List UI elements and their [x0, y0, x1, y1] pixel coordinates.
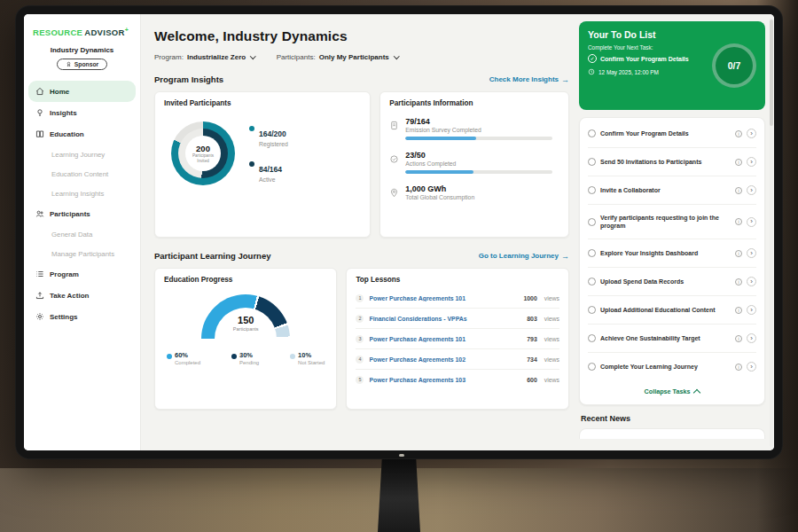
sidebar-item-label: Participants [50, 210, 90, 218]
info-icon[interactable] [735, 130, 742, 137]
lesson-link[interactable]: Power Purchase Agreements 102 [369, 356, 521, 363]
info-icon[interactable] [735, 364, 742, 371]
chevron-down-icon [394, 53, 399, 59]
sidebar-item-participants[interactable]: Participants [28, 203, 136, 224]
card-title: Education Progress [164, 276, 327, 284]
filter-value: Industrialize Zero [187, 53, 246, 61]
filter-label: Participants: [277, 53, 316, 61]
lesson-row[interactable]: 4 Power Purchase Agreements 102 734views [356, 349, 559, 370]
task-checkbox[interactable] [588, 218, 596, 226]
program-filter-dropdown[interactable]: Program: Industrialize Zero [154, 53, 255, 61]
chevron-right-icon[interactable] [747, 248, 756, 258]
task-checkbox[interactable] [588, 306, 596, 314]
sidebar-item-insights[interactable]: Insights [28, 102, 136, 123]
action-arrow-icon [35, 291, 44, 300]
sponsor-badge-label: Sponsor [74, 61, 99, 67]
check-more-insights-link[interactable]: Check More Insights [489, 75, 569, 84]
task-row[interactable]: Confirm Your Program Details [588, 120, 756, 148]
education-progress-card: Education Progress 150 Participants [154, 268, 337, 410]
filter-label: Program: [154, 53, 184, 61]
chevron-right-icon[interactable] [747, 157, 756, 167]
bulb-icon [35, 108, 44, 117]
task-row[interactable]: Upload Additional Educational Content [588, 296, 756, 325]
task-checkbox[interactable] [588, 129, 596, 137]
info-icon[interactable] [735, 278, 742, 286]
sidebar-item-education[interactable]: Education [28, 123, 136, 145]
task-row[interactable]: Upload Spend Data Records [588, 268, 756, 296]
lesson-link[interactable]: Power Purchase Agreements 101 [369, 336, 521, 342]
sidebar-item-manage-participants[interactable]: Manage Participants [28, 244, 136, 263]
task-checkbox[interactable] [588, 249, 596, 257]
task-row[interactable]: Send 50 Invitations to Participants [588, 148, 756, 176]
gauge-center-label: Participants [201, 326, 290, 332]
task-row[interactable]: Achieve One Sustainability Target [588, 325, 756, 353]
info-icon[interactable] [735, 335, 742, 342]
legend-dot [231, 354, 237, 359]
lesson-link[interactable]: Financial Considerations - VPPAs [369, 316, 521, 322]
task-checkbox[interactable] [588, 186, 596, 194]
info-icon[interactable] [735, 218, 742, 225]
lesson-row[interactable]: 1 Power Purchase Agreements 101 1000view… [356, 288, 559, 309]
info-icon[interactable] [735, 159, 742, 166]
chevron-right-icon[interactable] [747, 217, 756, 227]
collapse-tasks-button[interactable]: Collapse Tasks [588, 380, 756, 403]
section-title-learning-journey: Participant Learning Journey [154, 251, 270, 261]
info-icon[interactable] [735, 250, 742, 257]
chevron-right-icon[interactable] [747, 185, 756, 195]
lesson-link[interactable]: Power Purchase Agreements 101 [369, 295, 518, 301]
todo-progress-ring: 0/7 [712, 43, 756, 88]
scrollbar-thumb[interactable] [770, 20, 773, 126]
lesson-link[interactable]: Power Purchase Agreements 103 [369, 377, 521, 383]
sponsor-badge[interactable]: Sponsor [57, 59, 108, 70]
sidebar-item-program[interactable]: Program [28, 263, 136, 285]
lesson-row[interactable]: 5 Power Purchase Agreements 103 600views [356, 370, 559, 389]
task-row[interactable]: Explore Your Insights Dashboard [588, 239, 756, 268]
task-checkbox[interactable] [588, 363, 596, 371]
sidebar-item-learning-insights[interactable]: Learning Insights [28, 184, 136, 203]
task-checkbox[interactable] [588, 278, 596, 286]
task-row[interactable]: Complete Your Learning Journey [588, 353, 756, 380]
task-checkbox[interactable] [588, 158, 596, 166]
sidebar-item-label: Take Action [50, 292, 89, 300]
info-icon[interactable] [735, 307, 742, 314]
chevron-right-icon[interactable] [747, 305, 756, 315]
legend-dot [249, 126, 254, 131]
dashboard-screen: RESOURCEADVISOR+ Industry Dynamics Spons… [24, 14, 774, 450]
legend-item: 60% Completed [167, 351, 200, 365]
go-to-learning-journey-link[interactable]: Go to Learning Journey [479, 252, 569, 261]
next-task-chip[interactable]: Confirm Your Program Details [588, 54, 705, 63]
chevron-right-icon[interactable] [747, 362, 756, 372]
task-row[interactable]: Verify participants requesting to join t… [588, 205, 756, 239]
app-logo: RESOURCEADVISOR+ [24, 25, 140, 37]
emission-progress-bar [405, 137, 552, 140]
due-date-row: 12 May 2025, 12:00 PM [588, 68, 705, 75]
actions-progress-bar [405, 170, 552, 174]
lesson-row[interactable]: 3 Power Purchase Agreements 101 793views [356, 329, 559, 349]
sidebar-item-education-content[interactable]: Education Content [28, 164, 136, 184]
card-title: Invited Participants [164, 99, 361, 107]
emission-survey-row: 79/164 Emission Survey Completed [389, 117, 559, 140]
top-lessons-card: Top Lessons 1 Power Purchase Agreements … [346, 268, 569, 410]
chevron-right-icon[interactable] [747, 277, 756, 286]
gear-icon [35, 312, 44, 321]
info-icon[interactable] [735, 187, 742, 194]
sidebar-item-general-data[interactable]: General Data [28, 224, 136, 244]
main-content: Welcome, Industry Dynamics Program: Indu… [141, 14, 578, 450]
task-row[interactable]: Invite a Collaborator [588, 176, 756, 205]
chevron-right-icon[interactable] [747, 129, 756, 138]
participants-filter-dropdown[interactable]: Participants: Only My Participants [277, 53, 399, 61]
todo-subtitle: Complete Your Next Task: [588, 44, 705, 51]
logo-plus: + [125, 27, 129, 33]
logo-text-advisor: ADVISOR [84, 27, 124, 37]
lesson-row[interactable]: 2 Financial Considerations - VPPAs 803vi… [356, 309, 559, 329]
participants-information-card: Participants Information 79/164 Emission… [379, 91, 569, 238]
sidebar-item-learning-journey[interactable]: Learning Journey [28, 145, 136, 164]
recent-news-title: Recent News [579, 414, 765, 423]
sidebar-item-take-action[interactable]: Take Action [28, 285, 136, 306]
monitor-power-led [399, 454, 404, 457]
award-icon [66, 61, 72, 67]
task-checkbox[interactable] [588, 334, 596, 342]
chevron-right-icon[interactable] [747, 333, 756, 343]
sidebar-item-settings[interactable]: Settings [28, 306, 136, 327]
sidebar-item-home[interactable]: Home [28, 81, 136, 102]
